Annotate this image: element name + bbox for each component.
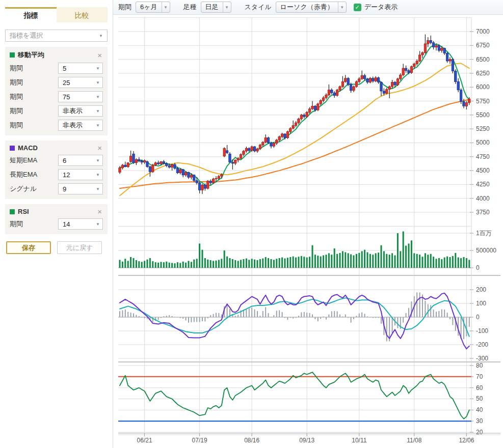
period-select[interactable]: 6ヶ月 ▼ (136, 2, 170, 13)
tab-indicators[interactable]: 指標 (5, 7, 57, 22)
chart-canvas[interactable]: 7000675065006250600057505500525050004750… (113, 15, 503, 448)
macd-histogram-bar (364, 314, 365, 317)
stock-chart-svg[interactable]: 7000675065006250600057505500525050004750… (113, 15, 503, 446)
volume-bar (155, 262, 156, 268)
candle-up (413, 64, 415, 66)
volume-bar (177, 262, 178, 268)
data-display-checkbox[interactable]: ✓ (354, 4, 361, 11)
candle-up (424, 44, 426, 53)
macd-histogram-bar (130, 313, 131, 317)
volume-bar (372, 255, 374, 268)
volume-bar (334, 248, 335, 268)
close-icon[interactable]: × (96, 51, 103, 59)
candle-down (193, 175, 195, 181)
macd-histogram-bar (323, 317, 324, 317)
candle-up (402, 68, 404, 75)
ma-period-4-select[interactable]: 非表示▼ (58, 105, 103, 117)
candle-down (363, 75, 365, 79)
macd-histogram-bar (139, 316, 140, 317)
price-axis-label: 7000 (476, 28, 490, 35)
macd-histogram-bar (199, 317, 200, 322)
macd-histogram-bar (416, 292, 417, 317)
volume-bar (383, 251, 385, 268)
style-select[interactable]: ローソク（赤青） ▼ (276, 2, 347, 13)
price-axis-label: 3750 (476, 209, 490, 216)
bar-type-select[interactable]: 日足 ▼ (201, 2, 231, 13)
ma-period-1-select[interactable]: 5▼ (58, 63, 103, 74)
volume-bar (213, 261, 214, 268)
macd-histogram-bar (449, 317, 451, 319)
chevron-down-icon: ▼ (99, 34, 103, 38)
save-button[interactable]: 保存 (6, 241, 51, 254)
volume-bar (367, 252, 368, 268)
volume-bar (229, 258, 231, 268)
ma-period-2-select[interactable]: 25▼ (58, 77, 103, 88)
candle-up (336, 90, 338, 96)
volume-bar (408, 243, 410, 268)
macd-histogram-bar (408, 308, 409, 317)
candle-up (396, 79, 399, 85)
macd-histogram-bar (306, 313, 307, 317)
volume-bar (309, 257, 310, 268)
macd-long-ema-select[interactable]: 12▼ (58, 169, 103, 180)
macd-histogram-bar (296, 317, 297, 318)
volume-bar (378, 253, 379, 268)
ma-row-4-label: 期間 (10, 106, 23, 116)
volume-bar (122, 262, 123, 268)
volume-bar (328, 253, 330, 268)
candle-up (154, 163, 156, 165)
volume-bar (405, 246, 407, 268)
close-icon[interactable]: × (96, 208, 103, 215)
volume-bar (273, 260, 275, 268)
macd-histogram-bar (337, 312, 338, 318)
rsi-period-select[interactable]: 14▼ (58, 218, 103, 230)
volume-bar (411, 240, 412, 268)
section-macd: MACD × 短期EMA 6▼ 長期EMA 12▼ シグナル 9▼ (5, 141, 108, 199)
section-title-rsi: RSI (18, 208, 96, 215)
volume-axis-label: 500000 (476, 247, 496, 254)
reset-button[interactable]: 元に戻す (57, 241, 102, 254)
candle-up (190, 175, 192, 177)
macd-histogram-bar (378, 317, 379, 318)
macd-histogram-bar (298, 316, 299, 317)
candle-down (333, 93, 335, 96)
macd-axis-label: -300 (476, 355, 488, 362)
candle-up (221, 175, 223, 176)
candle-up (358, 79, 360, 82)
candle-up (421, 53, 423, 55)
price-axis-label: 4250 (476, 181, 490, 188)
candle-up (465, 103, 467, 106)
x-axis-label: 08/16 (244, 437, 259, 444)
volume-bar (436, 259, 437, 268)
candle-down (188, 172, 190, 177)
indicator-select[interactable]: 指標を選択 ▼ (5, 30, 108, 42)
candle-up (339, 87, 341, 90)
volume-bar (336, 254, 338, 268)
volume-bar (251, 259, 253, 268)
candle-down (138, 159, 140, 161)
macd-axis-label: 200 (476, 286, 486, 293)
volume-bar (317, 256, 319, 268)
macd-histogram-bar (177, 317, 178, 318)
volume-bar (259, 259, 261, 268)
section-title-macd: MACD (18, 144, 96, 152)
macd-histogram-bar (469, 317, 470, 327)
candle-down (226, 151, 228, 153)
macd-signal-select[interactable]: 9▼ (58, 183, 103, 194)
section-moving-average: 移動平均 × 期間 5▼ 期間 25▼ 期間 75▼ 期間 非表示▼ 期間 非表… (5, 47, 108, 135)
candle-up (276, 140, 278, 144)
close-icon[interactable]: × (96, 144, 103, 152)
volume-bar (243, 259, 245, 268)
candle-up (201, 185, 203, 190)
x-axis-label: 10/11 (352, 437, 366, 444)
chevron-down-icon: ▼ (96, 158, 100, 163)
volume-bar (144, 261, 145, 268)
macd-short-ema-select[interactable]: 6▼ (58, 155, 103, 166)
volume-bar (449, 257, 451, 268)
ma-period-3-select[interactable]: 75▼ (58, 91, 103, 102)
rsi-axis-label: 50 (476, 395, 483, 402)
macd-histogram-bar (122, 310, 123, 317)
tab-compare[interactable]: 比較 (57, 7, 108, 22)
ma-period-5-select[interactable]: 非表示▼ (58, 120, 103, 131)
candle-down (174, 164, 176, 169)
